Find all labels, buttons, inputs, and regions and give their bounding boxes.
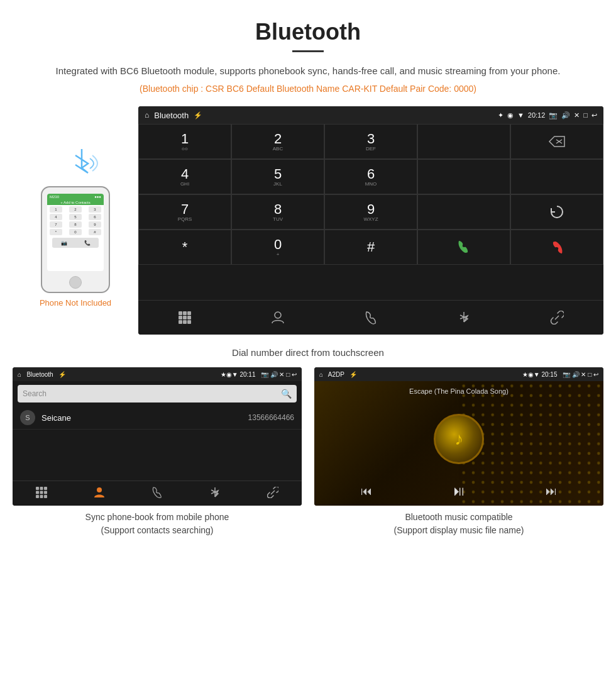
phonebook-status-bar: ⌂ Bluetooth ⚡ ★◉▼ 20:11 📷 🔊 ✕ □ ↩ <box>13 367 302 381</box>
bottom-screens: ⌂ Bluetooth ⚡ ★◉▼ 20:11 📷 🔊 ✕ □ ↩ Search… <box>0 367 616 542</box>
key-empty-1 <box>417 124 510 159</box>
key-empty-4 <box>417 194 510 230</box>
signal-icon: ▼ <box>517 111 524 119</box>
volume-icon: 🔊 <box>561 111 570 119</box>
phonebook-wrap: ⌂ Bluetooth ⚡ ★◉▼ 20:11 📷 🔊 ✕ □ ↩ Search… <box>13 367 302 542</box>
contact-number: 13566664466 <box>248 413 294 422</box>
phone-not-included-label: Phone Not Included <box>40 298 111 308</box>
title-divider <box>292 50 324 52</box>
key-empty-3 <box>510 159 603 194</box>
svg-rect-4 <box>183 311 187 315</box>
music-note-icon: ♪ <box>454 429 463 449</box>
svg-rect-19 <box>44 491 47 494</box>
dial-caption: Dial number direct from touchscreen <box>0 341 616 367</box>
dial-status-bar: ⌂ Bluetooth ⚡ ✦ ◉ ▼ 20:12 📷 🔊 ✕ □ ↩ <box>138 106 603 124</box>
dial-screen: ⌂ Bluetooth ⚡ ✦ ◉ ▼ 20:12 📷 🔊 ✕ □ ↩ 1⌾⌾ <box>138 106 603 335</box>
toolbar-link[interactable] <box>544 305 569 330</box>
toolbar-apps[interactable] <box>172 305 197 330</box>
key-7[interactable]: 7PQRS <box>138 194 231 230</box>
contact-row[interactable]: S Seicane 13566664466 <box>13 406 302 430</box>
search-placeholder: Search <box>23 389 47 398</box>
pb-status-right: ★◉▼ 20:11 📷 🔊 ✕ □ ↩ <box>221 371 297 378</box>
window-icon: □ <box>583 111 588 119</box>
key-5[interactable]: 5JKL <box>231 159 324 194</box>
end-call-button[interactable] <box>510 230 603 265</box>
key-6[interactable]: 6MNO <box>324 159 417 194</box>
backspace-key[interactable] <box>510 124 603 159</box>
key-0[interactable]: 0+ <box>231 230 324 265</box>
music-song-title: Escape (The Pina Colada Song) <box>409 387 509 395</box>
toolbar-phone[interactable] <box>358 305 383 330</box>
music-controls: ⏮ ⏯ ⏭ <box>321 483 597 499</box>
call-button[interactable] <box>417 230 510 265</box>
pb-link-icon[interactable] <box>267 487 278 501</box>
dial-keypad-grid: 1⌾⌾ 2ABC 3DEF 4GHI 5JKL <box>138 124 603 300</box>
phone-mockup: M230 ●●● + Add to Contacts 1 2 3 4 5 <box>41 186 110 293</box>
music-status-left: ⌂ A2DP ⚡ <box>319 371 357 378</box>
home-icon[interactable]: ⌂ <box>145 111 149 119</box>
album-art: ♪ <box>434 414 484 464</box>
svg-rect-20 <box>36 495 39 498</box>
pb-user-icon[interactable] <box>94 487 105 501</box>
music-caption: Bluetooth music compatible(Support displ… <box>314 506 603 542</box>
key-star[interactable]: * <box>138 230 231 265</box>
svg-rect-3 <box>179 311 182 315</box>
bt-icon: ✦ <box>498 111 503 119</box>
music-status-bar: ⌂ A2DP ⚡ ★◉▼ 20:15 📷 🔊 ✕ □ ↩ <box>314 367 603 381</box>
location-icon: ◉ <box>507 111 514 119</box>
svg-rect-8 <box>187 316 191 319</box>
close-icon: ✕ <box>574 111 580 119</box>
svg-rect-7 <box>183 316 187 319</box>
bluetooth-label: Bluetooth <box>154 111 189 120</box>
bluetooth-signal-icon <box>66 146 104 180</box>
music-wrap: ⌂ A2DP ⚡ ★◉▼ 20:15 📷 🔊 ✕ □ ↩ Escape (The… <box>314 367 603 542</box>
search-icon[interactable]: 🔍 <box>281 389 292 399</box>
time-display: 20:12 <box>528 111 546 119</box>
key-hash[interactable]: # <box>324 230 417 265</box>
phonebook-toolbar <box>13 480 302 506</box>
key-empty-2 <box>417 159 510 194</box>
svg-rect-11 <box>187 320 191 324</box>
next-button[interactable]: ⏭ <box>546 485 557 498</box>
camera-icon: 📷 <box>549 111 558 119</box>
main-section: M230 ●●● + Add to Contacts 1 2 3 4 5 <box>0 106 616 335</box>
redial-key[interactable] <box>510 194 603 230</box>
svg-rect-5 <box>187 311 191 315</box>
key-1[interactable]: 1⌾⌾ <box>138 124 231 159</box>
phonebook-caption-text: Sync phone-book from mobile phone(Suppor… <box>85 512 229 535</box>
phone-side: M230 ●●● + Add to Contacts 1 2 3 4 5 <box>13 106 138 335</box>
pb-apps-icon[interactable] <box>36 487 47 501</box>
toolbar-bluetooth[interactable] <box>451 305 476 330</box>
key-8[interactable]: 8TUV <box>231 194 324 230</box>
svg-rect-15 <box>40 487 43 490</box>
back-icon[interactable]: ↩ <box>591 111 597 119</box>
contact-avatar: S <box>20 410 35 425</box>
music-status-right: ★◉▼ 20:15 📷 🔊 ✕ □ ↩ <box>522 371 598 378</box>
music-screen: ⌂ A2DP ⚡ ★◉▼ 20:15 📷 🔊 ✕ □ ↩ Escape (The… <box>314 367 603 506</box>
prev-button[interactable]: ⏮ <box>361 485 372 498</box>
play-pause-button[interactable]: ⏯ <box>452 483 466 499</box>
music-caption-text: Bluetooth music compatible(Support displ… <box>394 512 524 535</box>
phone-screen: M230 ●●● + Add to Contacts 1 2 3 4 5 <box>47 194 104 271</box>
music-body: Escape (The Pina Colada Song) ♪ ⏮ ⏯ ⏭ <box>314 381 603 506</box>
header-specs: (Bluetooth chip : CSR BC6 Default Blueto… <box>38 84 578 94</box>
key-9[interactable]: 9WXYZ <box>324 194 417 230</box>
phonebook-search[interactable]: Search 🔍 <box>18 385 297 403</box>
toolbar-contacts[interactable] <box>265 305 290 330</box>
pb-bluetooth-icon[interactable] <box>209 487 221 501</box>
key-4[interactable]: 4GHI <box>138 159 231 194</box>
page-title: Bluetooth <box>38 19 578 45</box>
key-2[interactable]: 2ABC <box>231 124 324 159</box>
phonebook-screen: ⌂ Bluetooth ⚡ ★◉▼ 20:11 📷 🔊 ✕ □ ↩ Search… <box>13 367 302 506</box>
svg-point-23 <box>97 487 102 492</box>
pb-status-left: ⌂ Bluetooth ⚡ <box>18 371 66 378</box>
contact-name: Seicane <box>41 413 248 423</box>
svg-point-12 <box>275 312 281 318</box>
pb-phone-icon[interactable] <box>151 487 163 501</box>
status-left: ⌂ Bluetooth ⚡ <box>145 111 202 120</box>
key-3[interactable]: 3DEF <box>324 124 417 159</box>
header-description: Integrated with BC6 Bluetooth module, su… <box>38 64 578 79</box>
svg-rect-18 <box>40 491 43 494</box>
svg-rect-16 <box>44 487 47 490</box>
svg-rect-21 <box>40 495 43 498</box>
